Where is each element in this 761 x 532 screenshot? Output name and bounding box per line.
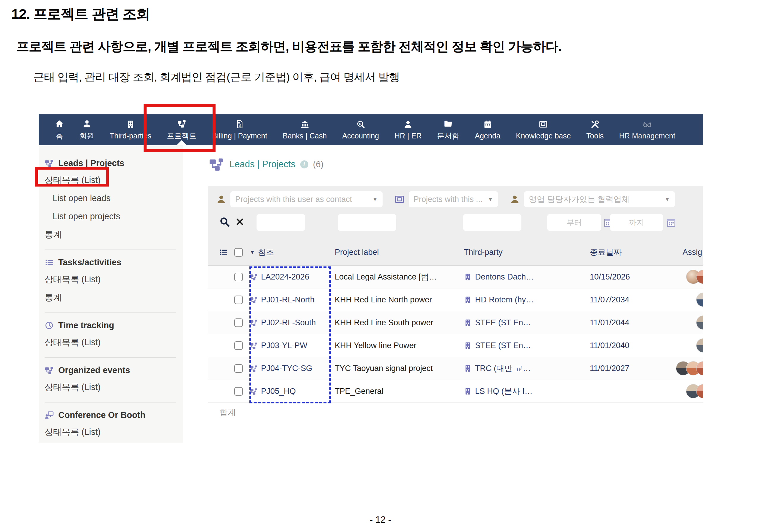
project-label: KHH Yellow line Power <box>335 341 464 350</box>
row-checkbox[interactable] <box>234 387 243 396</box>
project-ref-link[interactable]: PJ04-TYC-SG <box>261 364 313 373</box>
nav-tab-hr-er[interactable]: HR | ER <box>387 114 429 145</box>
project-ref-link[interactable]: PJ05_HQ <box>261 387 296 396</box>
row-checkbox[interactable] <box>234 295 243 304</box>
column-header-assigned[interactable]: Assig <box>682 248 703 257</box>
table-row[interactable]: PJ05_HQ TPE_General LS HQ (본사 I… <box>208 380 703 403</box>
project-ref-link[interactable]: LA2024-2026 <box>261 272 309 282</box>
home-icon <box>55 119 64 128</box>
sidebar-section-leads-projects[interactable]: Leads | Projects <box>45 156 183 171</box>
column-header-label[interactable]: Project label <box>335 248 464 257</box>
nav-tab-knowledge-base[interactable]: Knowledge base <box>508 114 578 145</box>
project-label: KHH Red Line North power <box>335 295 464 304</box>
sidebar-item-통계[interactable]: 통계 <box>45 226 183 243</box>
third-party-link[interactable]: LS HQ (본사 I… <box>475 386 533 397</box>
building-icon <box>464 387 472 396</box>
list-mode-icon[interactable] <box>219 248 228 257</box>
assigned-avatars <box>686 384 703 398</box>
sidebar-item-list-open-projects[interactable]: List open projects <box>45 207 183 226</box>
clock-icon <box>45 321 54 330</box>
nav-tab-third-parties[interactable]: Third-parties <box>102 114 159 145</box>
table-row[interactable]: PJ03-YL-PW KHH Yellow line Power STEE (S… <box>208 334 703 357</box>
bank-icon <box>300 120 310 129</box>
sidebar-item-상태목록-list[interactable]: 상태목록 (List) <box>45 423 183 441</box>
third-party-link[interactable]: Dentons Dach… <box>475 272 534 282</box>
table-row[interactable]: PJ01-RL-North KHH Red Line North power H… <box>208 289 703 311</box>
sidebar-item-통계[interactable]: 통계 <box>45 289 183 306</box>
project-ref-link[interactable]: PJ02-RL-South <box>261 318 316 327</box>
nav-tab-agenda[interactable]: Agenda <box>467 114 508 145</box>
building-icon <box>464 342 472 349</box>
user-icon <box>403 120 413 129</box>
clear-filters-icon[interactable] <box>235 217 244 226</box>
third-party-link[interactable]: HD Rotem (hy… <box>475 295 534 304</box>
svg-text:$: $ <box>239 124 241 128</box>
table-row[interactable]: PJ02-RL-South KHH Red Line South power S… <box>208 311 703 334</box>
sidebar-section-conference-or-booth[interactable]: Conference Or Booth <box>45 408 183 423</box>
end-date: 10/15/2026 <box>590 272 682 282</box>
column-header-ref[interactable]: ▼ 참조 <box>250 247 335 257</box>
project-label: Local Legal Assistance [법… <box>335 272 464 282</box>
nav-tab-banks-cash[interactable]: Banks | Cash <box>275 114 334 145</box>
nav-tab-billing-payment[interactable]: $ Billing | Payment <box>204 114 275 145</box>
sidebar-item-상태목록-list[interactable]: 상태목록 (List) <box>45 171 183 189</box>
column-header-end-date[interactable]: 종료날짜 <box>590 247 682 257</box>
third-party-filter-input[interactable] <box>463 214 521 231</box>
user-icon <box>216 194 226 204</box>
end-date: 11/01/2027 <box>590 364 682 373</box>
nav-tab-홈[interactable]: 홈 <box>47 114 72 145</box>
sidebar: Leads | Projects 상태목록 (List)List open le… <box>39 145 183 443</box>
date-to-picker-icon[interactable] <box>666 218 676 228</box>
filter-dropdown-3[interactable]: 영업 담당자가있는 협력업체 ▼ <box>524 191 675 207</box>
sidebar-section-organized-events[interactable]: Organized events <box>45 363 183 378</box>
filter-row: Projects with this user as contact ▼ Pro… <box>208 191 703 208</box>
project-ref-link[interactable]: PJ03-YL-PW <box>261 341 307 350</box>
sidebar-item-상태목록-list[interactable]: 상태목록 (List) <box>45 378 183 396</box>
info-icon[interactable]: i <box>300 160 308 168</box>
filter-dropdown-1[interactable]: Projects with this user as contact ▼ <box>230 191 382 207</box>
sitemap-icon <box>250 273 258 281</box>
table-row[interactable]: PJ04-TYC-SG TYC Taoyuan signal project T… <box>208 357 703 380</box>
assignee-avatar[interactable] <box>696 338 703 352</box>
app-screenshot: 홈 회원 Third-parties 프로젝트 $ Billing | Paym… <box>39 114 703 443</box>
nav-tab-회원[interactable]: 회원 <box>72 114 102 145</box>
tools-icon <box>590 120 600 129</box>
column-header-third-party[interactable]: Third-party <box>464 248 590 257</box>
project-ref-link[interactable]: PJ01-RL-North <box>261 295 315 304</box>
invoice-icon: $ <box>235 120 244 129</box>
row-checkbox[interactable] <box>234 341 243 350</box>
date-to-input[interactable] <box>610 214 663 231</box>
nav-tab-accounting[interactable]: $ Accounting <box>334 114 387 145</box>
nav-tab-문서함[interactable]: 문서함 <box>429 114 467 145</box>
filter-dropdown-2[interactable]: Projects with this ... ▼ <box>409 191 498 207</box>
sidebar-section: Conference Or Booth 상태목록 (List) <box>45 403 183 443</box>
card-icon <box>394 194 405 204</box>
nav-tab-tools[interactable]: Tools <box>578 114 611 145</box>
row-checkbox[interactable] <box>234 273 243 281</box>
ref-filter-input[interactable] <box>257 214 305 231</box>
sitemap-icon <box>177 119 186 128</box>
search-icon[interactable] <box>219 217 230 227</box>
sitemap-icon <box>45 159 54 168</box>
sitemap-icon <box>250 319 258 327</box>
table-row[interactable]: LA2024-2026 Local Legal Assistance [법… D… <box>208 266 703 289</box>
sidebar-item-list-open-leads[interactable]: List open leads <box>45 189 183 207</box>
nav-tab-hr-management[interactable]: HR Management <box>612 114 683 145</box>
third-party-link[interactable]: TRC (대만 교… <box>475 363 531 374</box>
row-checkbox[interactable] <box>234 364 243 373</box>
sidebar-section-time-tracking[interactable]: Time tracking <box>45 318 183 333</box>
sidebar-item-상태목록-list[interactable]: 상태목록 (List) <box>45 270 183 289</box>
select-all-checkbox[interactable] <box>234 248 243 257</box>
label-filter-input[interactable] <box>338 214 396 231</box>
date-from-input[interactable] <box>547 214 601 231</box>
third-party-link[interactable]: STEE (ST En… <box>475 341 531 350</box>
assigned-avatars <box>676 361 703 375</box>
assignee-avatar[interactable] <box>696 293 703 307</box>
nav-tab-프로젝트[interactable]: 프로젝트 <box>159 114 204 145</box>
assignee-avatar[interactable] <box>696 315 703 330</box>
sidebar-item-상태목록-list[interactable]: 상태목록 (List) <box>45 333 183 351</box>
row-checkbox[interactable] <box>234 318 243 327</box>
end-date: 11/01/2044 <box>590 318 682 327</box>
sidebar-section-tasks-activities[interactable]: Tasks/activities <box>45 255 183 270</box>
third-party-link[interactable]: STEE (ST En… <box>475 318 531 327</box>
